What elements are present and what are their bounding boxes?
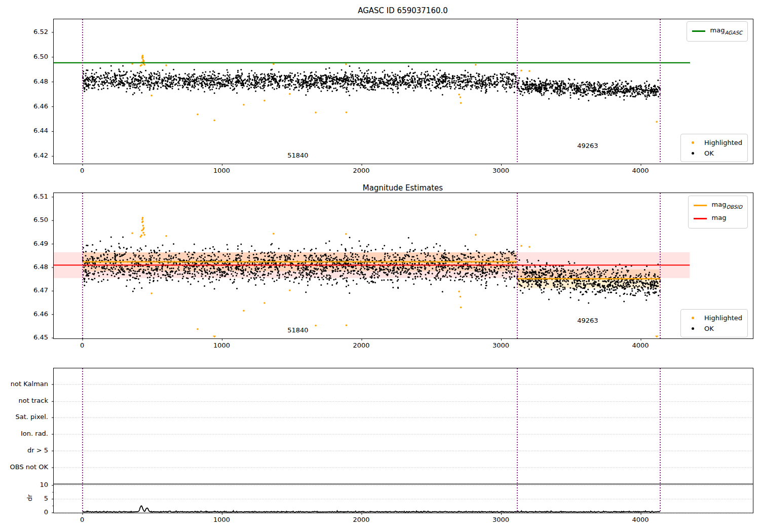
ok-point: [225, 81, 226, 83]
ok-point: [195, 275, 196, 277]
ok-point: [93, 77, 95, 78]
ok-point: [546, 283, 548, 284]
ok-point: [275, 269, 276, 271]
ok-point: [249, 85, 250, 86]
x-tick-label: 2000: [353, 516, 369, 523]
ok-point: [184, 84, 185, 86]
ok-point: [192, 266, 194, 268]
ok-point: [118, 277, 120, 279]
ok-point: [512, 80, 513, 82]
orange-dot-swatch: [686, 316, 699, 321]
ok-point: [169, 276, 170, 277]
y-tick-label: 6.45: [22, 333, 48, 341]
ok-point: [500, 267, 502, 268]
ok-point: [531, 79, 533, 81]
ok-point: [177, 268, 179, 270]
ok-point: [619, 295, 621, 297]
ok-point: [531, 90, 533, 92]
ok-point: [98, 89, 99, 90]
ok-point: [116, 260, 117, 261]
ok-point: [460, 271, 461, 273]
ok-point: [475, 259, 476, 260]
ok-point: [351, 71, 353, 72]
ok-point: [204, 262, 206, 264]
ok-point: [131, 268, 133, 269]
ok-point: [467, 84, 468, 86]
ok-point: [592, 94, 593, 96]
ok-point: [549, 84, 550, 86]
ok-point: [113, 267, 115, 268]
ok-point: [497, 259, 498, 260]
ok-point: [332, 78, 334, 79]
ok-point: [306, 76, 307, 78]
ok-point: [106, 267, 108, 269]
ok-point: [184, 251, 186, 252]
ok-point: [644, 276, 646, 277]
mag-overview-axes: [53, 19, 753, 164]
ok-point: [635, 91, 637, 92]
ok-point: [638, 93, 640, 95]
ok-point: [137, 249, 138, 251]
ok-point: [139, 251, 140, 252]
ok-point: [307, 285, 309, 286]
ok-point: [97, 258, 98, 259]
ok-point: [600, 292, 601, 293]
ok-point: [561, 268, 562, 269]
ok-point: [201, 82, 203, 83]
x-tick-label: 3000: [492, 516, 509, 523]
ok-point: [523, 272, 525, 273]
ok-point: [245, 269, 246, 270]
ok-point: [606, 93, 608, 94]
ok-point: [420, 276, 421, 277]
ok-point: [446, 86, 448, 88]
ok-point: [475, 77, 476, 79]
ok-point: [535, 266, 536, 268]
ok-point: [544, 85, 545, 86]
ok-point: [527, 272, 528, 274]
ok-point: [201, 255, 203, 256]
ok-point: [159, 257, 161, 259]
ok-point: [470, 81, 471, 82]
ok-point: [580, 276, 582, 278]
ok-point: [541, 273, 542, 274]
ok-point: [291, 267, 293, 269]
ok-point: [630, 86, 631, 87]
ok-point: [599, 273, 601, 275]
ok-point: [153, 88, 155, 90]
ok-point: [631, 288, 633, 289]
ok-point: [263, 258, 265, 260]
ok-point: [236, 86, 237, 87]
ok-point: [159, 254, 161, 255]
ok-point: [209, 89, 211, 91]
ok-point: [508, 77, 510, 79]
ok-point: [519, 90, 521, 92]
ok-point: [263, 277, 265, 279]
ok-point: [220, 259, 222, 261]
ok-point: [194, 274, 196, 275]
ok-point: [448, 77, 450, 79]
ok-point: [270, 271, 272, 272]
ok-point: [181, 274, 183, 275]
ok-point: [360, 269, 361, 271]
ok-point: [650, 92, 652, 94]
ok-point: [98, 81, 100, 82]
ok-point: [226, 69, 228, 71]
ok-point: [465, 268, 466, 270]
dr-tick-label: 0: [32, 508, 48, 516]
ok-point: [394, 256, 395, 258]
ok-point: [449, 84, 450, 85]
ok-point: [647, 292, 648, 294]
ok-point: [421, 250, 423, 251]
obsid-annotation: 51840: [287, 326, 308, 334]
ok-point: [615, 284, 617, 285]
ok-point: [599, 290, 601, 291]
ok-point: [94, 252, 95, 253]
ok-point: [363, 255, 365, 256]
ok-point: [588, 283, 590, 285]
ok-point: [278, 248, 280, 249]
ok-point: [502, 74, 503, 76]
ok-point: [506, 72, 508, 73]
ok-point: [241, 252, 243, 254]
ok-point: [154, 76, 155, 78]
ok-point: [326, 278, 328, 280]
